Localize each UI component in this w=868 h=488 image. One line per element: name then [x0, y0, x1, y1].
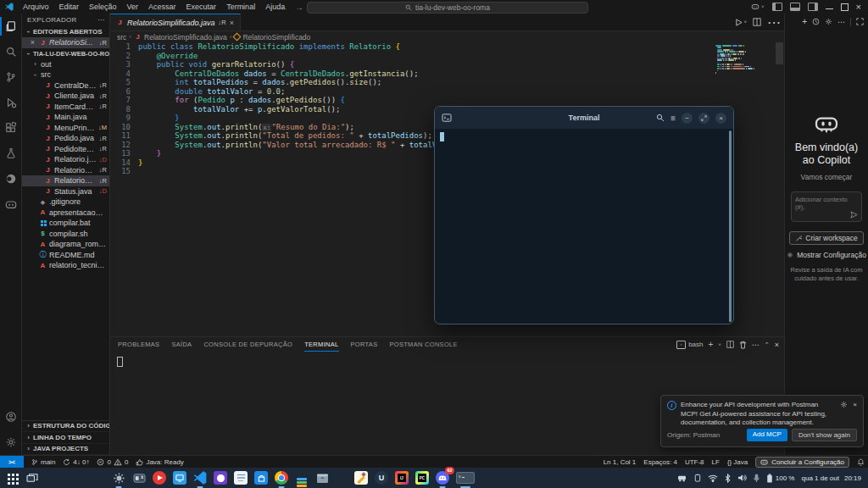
copilot-menu-icon[interactable]: ˅: [751, 3, 765, 10]
problems-indicator[interactable]: 0 0: [97, 458, 128, 466]
floating-terminal-body[interactable]: [435, 129, 733, 324]
tree-item-relatoriodetalh---[interactable]: JRelatorioDetalh...↓R: [22, 165, 109, 176]
dont-show-again-button[interactable]: Don't show again: [792, 429, 857, 441]
back-arrow-icon[interactable]: ←: [280, 3, 288, 12]
more-actions-icon[interactable]: ⋯: [767, 14, 781, 30]
intellij-button[interactable]: IJ: [392, 468, 412, 488]
layers-app-button[interactable]: [292, 468, 312, 488]
terminal-dropdown-icon[interactable]: ˅: [718, 342, 721, 347]
floating-terminal-window[interactable]: Terminal ≡ − ×: [434, 106, 734, 324]
section-java-projects[interactable]: ›JAVA PROJECTS: [22, 444, 109, 456]
search-icon[interactable]: [0, 39, 22, 64]
tree-item-relatoriosimpli---[interactable]: JRelatorioSimpli...↓R: [22, 175, 109, 186]
extensions-icon[interactable]: [0, 115, 22, 141]
kill-terminal-icon[interactable]: [739, 341, 747, 349]
terminal-scrollbar[interactable]: [729, 130, 732, 322]
device-icon[interactable]: [676, 474, 687, 482]
archive-app-button[interactable]: [312, 468, 332, 488]
show-configuration-link[interactable]: Mostrar Configuração: [787, 251, 866, 259]
tree-item-readme-md[interactable]: ⓘREADME.md: [22, 250, 109, 261]
copilot-more-icon[interactable]: ⋯: [837, 18, 845, 26]
split-editor-icon[interactable]: [753, 18, 761, 26]
window-minimize-button[interactable]: [826, 8, 833, 9]
menu-ver[interactable]: Ver: [123, 2, 143, 12]
menu-icon[interactable]: ≡: [670, 114, 676, 123]
text-editor-button[interactable]: [351, 468, 371, 488]
tree-item-apresentacao-roma-pdf[interactable]: Aapresentacao_roma.pdf: [22, 208, 109, 219]
open-editor-item[interactable]: × J RelatorioSi... ↓R: [22, 37, 109, 48]
testing-icon[interactable]: [0, 141, 22, 166]
close-icon[interactable]: ×: [29, 38, 36, 47]
panel-more-icon[interactable]: ⋯: [752, 341, 760, 349]
tree-item--gitignore[interactable]: ◆.gitignore: [22, 197, 109, 208]
menu-editar[interactable]: Editar: [55, 2, 84, 12]
start-button[interactable]: [2, 468, 22, 488]
bell-icon[interactable]: [857, 458, 865, 466]
menu-arquivo[interactable]: Arquivo: [19, 2, 53, 12]
tree-item-relatorio-tecnico-roma---[interactable]: Arelatorio_tecnico_roma...: [22, 260, 109, 271]
settings-app-button[interactable]: [108, 468, 129, 488]
tree-item-src[interactable]: ›src: [22, 69, 109, 80]
section-linha-do-tempo[interactable]: ›LINHA DO TEMPO: [22, 432, 109, 444]
run-debug-icon[interactable]: [0, 90, 22, 115]
expand-icon[interactable]: [856, 18, 864, 25]
task-view-button[interactable]: [22, 468, 42, 488]
toggle-sidebar-icon[interactable]: [772, 3, 782, 11]
remote-desktop-button[interactable]: [170, 468, 190, 488]
forward-arrow-icon[interactable]: →: [295, 3, 303, 12]
copilot-chat-icon[interactable]: [0, 191, 22, 217]
command-center-search[interactable]: tia-lu-dev-web-oo-roma: [307, 2, 588, 14]
breadcrumb-item[interactable]: JRelatorioSimplificado.java: [134, 33, 227, 42]
youtube-music-button[interactable]: [149, 468, 170, 488]
indentation[interactable]: Espaços: 4: [643, 458, 677, 466]
tree-item-menuprincipal---[interactable]: JMenuPrincipal...↓M: [22, 123, 109, 134]
gear-icon[interactable]: [825, 18, 832, 25]
settings-gear-icon[interactable]: [0, 430, 22, 455]
media-app-button[interactable]: [129, 468, 149, 488]
notes-app-button[interactable]: [231, 468, 251, 488]
search-icon[interactable]: [656, 114, 665, 122]
workspace-section[interactable]: › TIA-LU-DEV-WEB-OO-ROMA: [22, 48, 109, 59]
chat-input[interactable]: Adicionar contexto (#),: [791, 191, 862, 222]
tree-item-status-java[interactable]: JStatus.java↓D: [22, 186, 109, 197]
toggle-secondary-sidebar-icon[interactable]: [808, 3, 818, 11]
create-workspace-button[interactable]: Criar workspace: [789, 231, 863, 245]
pycharm-button[interactable]: PC: [412, 468, 432, 488]
shell-selector[interactable]: › bash: [676, 341, 703, 349]
vscode-taskbar-button[interactable]: [190, 468, 210, 488]
remote-indicator[interactable]: ><: [0, 456, 24, 469]
tree-item-cliente-java[interactable]: JCliente.java↓R: [22, 91, 109, 102]
clipboard-icon[interactable]: [694, 474, 701, 482]
panel-tab-postman-console[interactable]: POSTMAN CONSOLE: [389, 337, 457, 352]
clock[interactable]: qua 1 de out 20:19: [801, 474, 861, 482]
eol[interactable]: LF: [712, 458, 720, 466]
tree-item-out[interactable]: ›out: [22, 59, 109, 70]
branch-indicator[interactable]: main: [31, 458, 55, 466]
new-chat-icon[interactable]: +: [802, 17, 807, 26]
new-terminal-icon[interactable]: +: [709, 340, 714, 349]
panel-tab-portas[interactable]: PORTAS: [351, 337, 378, 352]
menu-seleção[interactable]: Seleção: [85, 2, 121, 12]
window-restore-button[interactable]: [841, 3, 849, 11]
tree-item-relatorio-java[interactable]: JRelatorio.java↓D: [22, 154, 109, 165]
split-terminal-icon[interactable]: [726, 341, 734, 348]
chrome-button[interactable]: [271, 468, 292, 488]
open-editors-section[interactable]: › EDITORES ABERTOS: [22, 26, 109, 37]
bluetooth-icon[interactable]: [725, 474, 731, 483]
assistant-icon[interactable]: [0, 166, 22, 191]
language-mode[interactable]: {} Java: [727, 458, 748, 466]
close-panel-icon[interactable]: ×: [775, 341, 779, 349]
discord-button[interactable]: 62: [432, 468, 453, 488]
panel-tab-sa-da[interactable]: SAÍDA: [171, 337, 192, 352]
section-estrutura-do-c-digo[interactable]: ›ESTRUTURA DO CÓDIGO: [22, 421, 109, 433]
tab-close-icon[interactable]: ×: [230, 19, 234, 27]
floating-terminal-header[interactable]: Terminal ≡ − ×: [435, 107, 733, 129]
close-icon[interactable]: ×: [715, 113, 726, 124]
store-app-button[interactable]: [251, 468, 271, 488]
source-control-icon[interactable]: [0, 64, 22, 90]
tree-item-pedidoitem-java[interactable]: JPedidoItem.java↓R: [22, 144, 109, 155]
window-close-button[interactable]: ×: [856, 3, 861, 11]
tree-item-diagrama-roma-pdf[interactable]: Adiagrama_roma.pdf: [22, 239, 109, 250]
history-icon[interactable]: [812, 18, 820, 25]
panel-tab-terminal[interactable]: TERMINAL: [304, 337, 338, 352]
